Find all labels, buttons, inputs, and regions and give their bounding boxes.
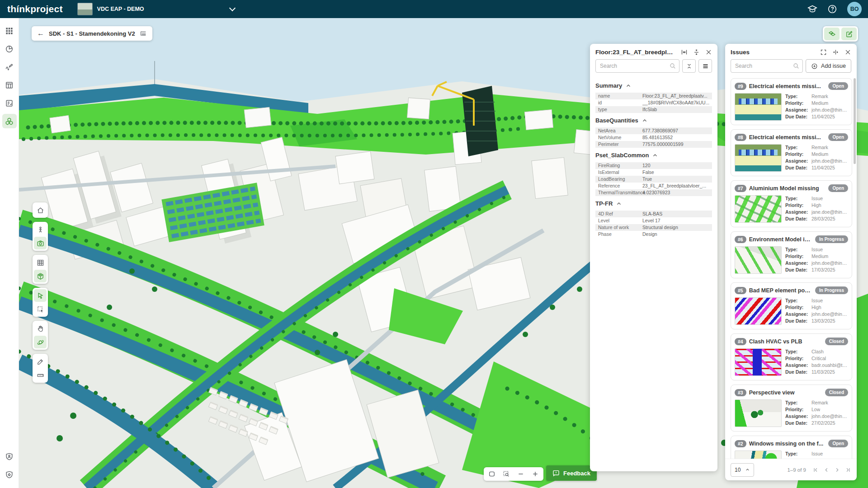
prop-key: name bbox=[595, 93, 642, 99]
section-header[interactable]: Summary bbox=[595, 82, 712, 89]
issue-status-badge: Closed bbox=[825, 389, 848, 396]
signature-icon[interactable] bbox=[2, 60, 17, 74]
issue-card[interactable]: #9 Electrical elements missi... Open Typ… bbox=[731, 78, 852, 125]
collapse-all-icon[interactable] bbox=[682, 59, 696, 73]
issue-card[interactable]: #3 Perspective view Closed Type:Remark P… bbox=[731, 385, 852, 432]
marquee-select-icon[interactable] bbox=[34, 303, 47, 315]
prop-key: LoadBearing bbox=[595, 176, 642, 183]
due-label: Due Date: bbox=[785, 113, 811, 120]
zoom-in-icon[interactable] bbox=[529, 469, 542, 479]
assignee-label: Assignee: bbox=[785, 107, 811, 113]
priority-label: Priority: bbox=[785, 406, 811, 413]
fit-height-icon[interactable] bbox=[693, 49, 700, 56]
next-page-icon[interactable] bbox=[834, 467, 840, 473]
user-avatar[interactable]: BO bbox=[847, 2, 862, 16]
issue-assignee: jane.doe@thinkp... bbox=[811, 209, 848, 216]
camera-icon[interactable] bbox=[34, 237, 47, 249]
apps-grid-icon[interactable] bbox=[2, 23, 17, 38]
search-icon bbox=[793, 62, 800, 70]
priority-label: Priority: bbox=[785, 151, 811, 158]
forms-checklist-icon[interactable] bbox=[2, 96, 17, 110]
issues-search-input[interactable] bbox=[731, 59, 803, 73]
dashboard-pie-icon[interactable] bbox=[2, 42, 17, 56]
issues-scrollbar[interactable] bbox=[854, 78, 856, 164]
issue-card[interactable]: #8 Electrical elements missi... Open Typ… bbox=[731, 129, 852, 176]
property-section: Pset_SlabCommon FireRating 120 IsExterna… bbox=[595, 152, 712, 196]
model-structure-icon[interactable] bbox=[140, 30, 147, 37]
issue-card[interactable]: #7 Aluminium Model missing Open Type:Iss… bbox=[731, 180, 852, 227]
tags-icon[interactable] bbox=[824, 28, 840, 40]
section-title: BaseQuantities bbox=[595, 117, 638, 124]
data-grid-icon[interactable] bbox=[34, 256, 47, 269]
issue-details: Type:Issue Priority:High Assignee:jane.d… bbox=[785, 195, 848, 223]
model-viewer-icon[interactable] bbox=[2, 114, 17, 128]
last-page-icon[interactable] bbox=[845, 467, 851, 473]
academy-icon[interactable] bbox=[807, 4, 817, 14]
page-size-select[interactable]: 10 bbox=[731, 463, 754, 477]
fit-view-icon[interactable] bbox=[486, 469, 498, 479]
collapse-panel-icon[interactable] bbox=[832, 49, 839, 56]
add-issue-button[interactable]: Add issue bbox=[806, 59, 851, 73]
issue-priority: Medium bbox=[811, 151, 828, 158]
issue-card[interactable]: #4 Clash HVAC vs PLB Closed Type:Clash P… bbox=[731, 333, 852, 380]
issue-priority: Medium bbox=[811, 253, 828, 260]
property-section: BaseQuantities NetArea 677.7380869097 Ne… bbox=[595, 117, 712, 148]
priority-label: Priority: bbox=[785, 100, 811, 107]
annotation-actions bbox=[823, 26, 858, 42]
zoom-out-icon[interactable] bbox=[514, 469, 527, 479]
page-range: 1–9 of 9 bbox=[787, 467, 806, 473]
prop-value: 120 bbox=[642, 162, 712, 169]
select-cursor-icon[interactable] bbox=[34, 289, 47, 302]
due-label: Due Date: bbox=[785, 164, 811, 171]
type-label: Type: bbox=[785, 246, 811, 253]
back-arrow-icon[interactable]: ← bbox=[37, 30, 44, 37]
issue-due: 11/04/2025 bbox=[811, 113, 835, 120]
type-label: Type: bbox=[785, 450, 811, 457]
zoom-window-icon[interactable] bbox=[500, 469, 513, 479]
issue-assignee: john.doe@think... bbox=[811, 260, 848, 267]
issue-title: Bad MEP element position bbox=[749, 287, 812, 294]
close-icon[interactable] bbox=[844, 49, 851, 56]
prop-value: IfcSlab bbox=[642, 106, 712, 113]
issue-card[interactable]: #2 Windows missing on the f... Open Type… bbox=[731, 436, 852, 459]
cube-3d-icon[interactable] bbox=[34, 270, 47, 282]
privacy-shield-icon[interactable] bbox=[2, 449, 17, 464]
chevron-up-icon bbox=[642, 118, 647, 123]
markup-edit-icon[interactable] bbox=[841, 28, 857, 40]
chevron-up-icon bbox=[616, 201, 622, 206]
issue-status-badge: In Progress bbox=[815, 235, 848, 243]
orbit-icon[interactable] bbox=[34, 336, 47, 348]
first-page-icon[interactable] bbox=[812, 467, 819, 473]
issue-number-badge: #3 bbox=[735, 389, 746, 396]
close-icon[interactable] bbox=[705, 49, 712, 56]
project-selector[interactable]: VDC EAP - DEMO bbox=[73, 0, 239, 18]
issue-card[interactable]: #5 Bad MEP element position In Progress … bbox=[731, 282, 852, 329]
feedback-button[interactable]: Feedback bbox=[546, 465, 597, 481]
property-row: IsExternal False bbox=[595, 169, 712, 176]
prev-page-icon[interactable] bbox=[823, 467, 830, 473]
issue-thumbnail bbox=[735, 93, 782, 121]
issue-card[interactable]: #6 Environment Model inco... In Progress… bbox=[731, 231, 852, 278]
section-header[interactable]: BaseQuantities bbox=[595, 117, 712, 124]
admin-settings-shield-icon[interactable] bbox=[2, 467, 17, 482]
section-header[interactable]: Pset_SlabCommon bbox=[595, 152, 712, 159]
issue-status-badge: Open bbox=[828, 184, 848, 192]
walkthrough-person-icon[interactable] bbox=[34, 223, 47, 236]
prop-value: Floor:23_FL_AT_breedplaatv... bbox=[642, 93, 712, 99]
home-view-icon[interactable] bbox=[34, 204, 47, 216]
resize-width-icon[interactable] bbox=[681, 49, 688, 56]
section-header[interactable]: TP-FR bbox=[595, 200, 712, 207]
project-thumbnail bbox=[77, 3, 93, 15]
measure-ruler-icon[interactable] bbox=[34, 369, 47, 381]
expand-panel-icon[interactable] bbox=[820, 49, 827, 56]
help-icon[interactable] bbox=[827, 4, 837, 14]
chevron-up-icon bbox=[745, 467, 750, 472]
layout-table-icon[interactable] bbox=[2, 78, 17, 92]
markup-pencil-icon[interactable] bbox=[34, 355, 47, 368]
issue-type: Issue bbox=[811, 297, 823, 304]
assignee-label: Assignee: bbox=[785, 158, 811, 164]
properties-search-input[interactable] bbox=[595, 59, 679, 73]
assignee-label: Assignee: bbox=[785, 362, 811, 369]
row-density-icon[interactable] bbox=[698, 59, 712, 73]
pan-hand-icon[interactable] bbox=[34, 322, 47, 335]
